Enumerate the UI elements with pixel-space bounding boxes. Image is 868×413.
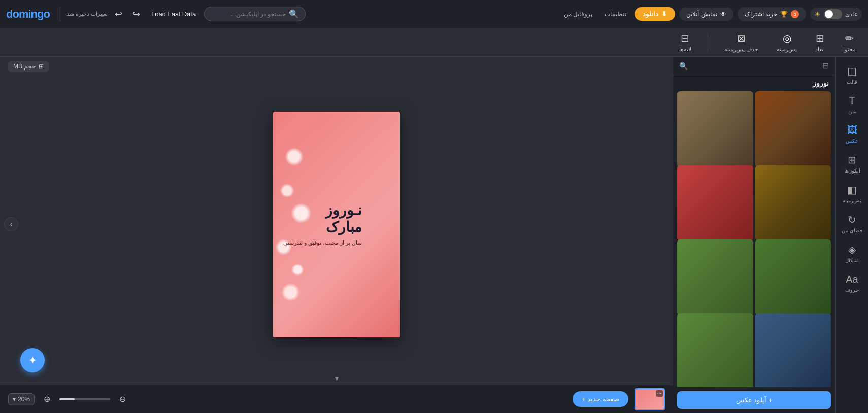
panel-item-icons[interactable]: ⊞ آیکون‌ها [838, 150, 866, 178]
card-text: نـوروزمبارک سال پر از محبت، توفیق و تندر… [283, 202, 362, 247]
layers-icon: ⊟ [681, 32, 689, 44]
panel-item-letters[interactable]: Aa حروف [838, 269, 866, 297]
text-icon: T [849, 95, 855, 107]
pages-strip: ··· 1 [635, 388, 665, 410]
toolbar-item-content[interactable]: ✏ محتوا [839, 30, 860, 55]
chevron-down-icon: ▾ [13, 396, 16, 403]
panel-item-background[interactable]: ◧ پس‌زمینه [838, 180, 866, 208]
online-preview-button[interactable]: 👁 نمایش آنلاین [679, 8, 733, 21]
letters-icon: Aa [846, 273, 858, 285]
page-thumb-1[interactable]: ··· 1 [635, 388, 665, 410]
image-thumb-2[interactable] [677, 91, 753, 167]
topbar-right: عادی ☀ 5 🏆 خرید اشتراک 👁 نمایش آنلاین ⬇ … [560, 7, 862, 21]
topbar: domingo تغییرات ذخیره شد ↩ ↪ Load Last D… [0, 0, 868, 28]
panel-item-text[interactable]: T متن [838, 91, 866, 118]
images-panel: ⊟ 🔍 نوروز + آپلود عکس [673, 57, 836, 413]
zoom-selector[interactable]: ▾ 20% [8, 393, 35, 405]
canvas-nav-arrow[interactable]: › [4, 217, 18, 231]
background-icon: ◎ [783, 32, 791, 44]
app-search-input[interactable] [211, 11, 286, 18]
images-grid [673, 89, 835, 387]
myspace-icon: ↻ [848, 214, 856, 226]
app-logo: domingo [6, 8, 50, 21]
search-icon: 🔍 [289, 9, 299, 19]
panel-item-shapes[interactable]: ◈ اشکال [838, 239, 866, 267]
right-side-panel: ◫ قالب T متن 🖼 عکس ⊞ آیکون‌ها ◧ پس‌زمینه… [836, 57, 868, 413]
main-area: ◫ قالب T متن 🖼 عکس ⊞ آیکون‌ها ◧ پس‌زمینه… [0, 57, 868, 413]
upload-photo-button[interactable]: + آپلود عکس [677, 391, 831, 409]
size-badge: ⊞ حجم MB [8, 61, 49, 72]
zoom-in-button[interactable]: ⊕ [41, 393, 53, 405]
redo-button[interactable]: ↪ [129, 7, 143, 22]
bottom-bar: ▾ 20% ⊕ ⊖ + صفحه جدید ··· 1 [0, 385, 673, 413]
download-button[interactable]: ⬇ دانلود [635, 7, 675, 21]
image-thumb-5[interactable] [755, 239, 831, 316]
card-title: نـوروزمبارک [283, 202, 362, 236]
share-button[interactable]: 5 🏆 خرید اشتراک [738, 7, 806, 21]
panel-item-myspace[interactable]: ↻ فضای من [838, 210, 866, 237]
mode-toggle[interactable] [824, 9, 842, 19]
filter-button[interactable]: ⊟ [822, 61, 829, 71]
delete-bg-icon: ⊠ [737, 32, 746, 44]
toolbar-item-delete-bg[interactable]: ⊠ حذف پس‌زمینه [720, 30, 762, 55]
app-search-box: 🔍 [204, 7, 306, 21]
template-icon: ◫ [847, 65, 857, 77]
image-thumb-1[interactable] [755, 91, 831, 167]
mode-label: عادی [845, 11, 858, 18]
page-thumb-more[interactable]: ··· [656, 390, 663, 397]
collapse-arrow-icon[interactable]: ▾ [335, 374, 339, 383]
canvas-collapse: ▾ [0, 372, 673, 385]
canvas-area: ⊞ حجم MB نـوروزمبارک سال پر از محبت، توف… [0, 57, 673, 413]
image-thumb-8[interactable] [677, 313, 753, 387]
settings-button[interactable]: تنظیمات [600, 9, 630, 20]
size-icon: ⊞ [39, 63, 44, 70]
sun-icon: ☀ [814, 10, 821, 18]
content-icon: ✏ [845, 32, 854, 44]
zoom-out-button[interactable]: ⊖ [116, 393, 129, 405]
magic-button[interactable]: ✦ [20, 348, 45, 372]
canvas-scroll[interactable]: نـوروزمبارک سال پر از محبت، توفیق و تندر… [0, 76, 673, 372]
topbar-divider [60, 7, 60, 21]
images-search-input[interactable] [692, 62, 818, 70]
save-badge: تغییرات ذخیره شد [66, 11, 108, 17]
canvas-card[interactable]: نـوروزمبارک سال پر از محبت، توفیق و تندر… [273, 112, 400, 337]
profile-button[interactable]: پروفایل من [560, 9, 596, 20]
images-panel-title: نوروز [673, 75, 835, 89]
panel-item-template[interactable]: ◫ قالب [838, 61, 866, 89]
images-panel-header: ⊟ 🔍 [673, 57, 835, 75]
undo-button[interactable]: ↩ [112, 7, 125, 22]
toolbar-divider [708, 33, 708, 52]
image-thumb-6[interactable] [677, 239, 753, 316]
secondary-toolbar: ✏ محتوا ⊞ ابعاد ◎ پس‌زمینه ⊠ حذف پس‌زمین… [0, 28, 868, 57]
zoom-slider-fill [59, 398, 75, 400]
card-subtitle: سال پر از محبت، توفیق و تندرستی [283, 239, 362, 247]
new-page-button[interactable]: + صفحه جدید [573, 391, 628, 407]
photo-icon: 🖼 [847, 124, 857, 136]
load-last-button[interactable]: Load Last Data [147, 8, 200, 20]
size-label: حجم MB [13, 63, 36, 70]
share-count: 5 [791, 10, 799, 18]
toolbar-item-background[interactable]: ◎ پس‌زمینه [773, 30, 801, 55]
zoom-level: 20% [18, 396, 30, 403]
zoom-slider[interactable] [59, 398, 110, 400]
dimensions-icon: ⊞ [816, 32, 824, 44]
toolbar-item-dimensions[interactable]: ⊞ ابعاد [811, 30, 829, 55]
image-thumb-7[interactable] [755, 313, 831, 387]
canvas-header: ⊞ حجم MB [0, 57, 673, 76]
panel-item-photo[interactable]: 🖼 عکس [838, 120, 866, 148]
shapes-icon: ◈ [848, 244, 856, 256]
toolbar-item-layers[interactable]: ⊟ لایه‌ها [675, 30, 695, 55]
image-thumb-3[interactable] [755, 165, 831, 242]
mode-toggle-group: عادی ☀ [810, 8, 862, 21]
bg-panel-icon: ◧ [847, 184, 857, 196]
icons-icon: ⊞ [848, 154, 856, 166]
canvas-card-inner: نـوروزمبارک سال پر از محبت، توفیق و تندر… [273, 112, 400, 337]
images-search-icon: 🔍 [679, 62, 688, 70]
image-thumb-4[interactable] [677, 165, 753, 242]
